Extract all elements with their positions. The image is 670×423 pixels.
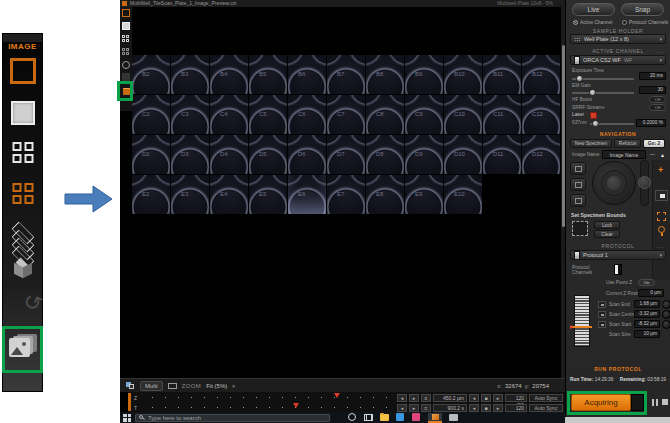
z-step-fwd-button[interactable]: ▸ [409,394,419,402]
channel-dropdown[interactable]: ORCA CS2 WF WF ▾ [570,55,666,65]
tile-D12[interactable]: D12 [522,135,561,175]
tile-B2[interactable]: B2 [132,55,171,95]
z-slider-track[interactable] [142,393,395,402]
tile-B4[interactable]: B4 [210,55,249,95]
specimen-bounds-button[interactable] [572,221,588,236]
new-specimen-button[interactable]: New Specimen [570,139,612,148]
tile-C2[interactable]: C2 [132,95,171,135]
lock-bounds-button[interactable]: Lock [594,221,620,229]
xy-joystick[interactable] [592,161,636,205]
tile-C5[interactable]: C5 [249,95,288,135]
tile-B8[interactable]: B8 [366,55,405,95]
file-explorer-icon[interactable] [380,413,389,422]
piezo-toggle[interactable]: On [638,279,655,286]
z-fine-knob[interactable] [638,176,651,189]
tile-D5[interactable]: D5 [249,135,288,175]
app-icon-blue[interactable] [396,413,405,422]
rail-snap-icon[interactable] [122,22,130,30]
tile-C3[interactable]: C3 [171,95,210,135]
tile-D8[interactable]: D8 [366,135,405,175]
t-step-fwd-button[interactable]: ▸ [409,404,419,412]
bounds-region-icon[interactable] [657,212,666,221]
tile-E6[interactable]: E6 [288,175,327,215]
more-options-icon[interactable]: ··· [656,245,665,249]
clear-bounds-button[interactable]: Clear [594,230,620,238]
image-canvas[interactable]: B2B3B4B5B6B7B8B9B10B11B12C2C3C4C5C6C7C8C… [132,7,561,378]
t-play-back-button[interactable]: ◂ [469,404,479,412]
viewer-titlebar[interactable]: MultiWell_TileScan_Plate_1_Image_Preview… [120,0,565,7]
t-value-box[interactable]: 900.2 s [433,404,467,412]
app-icon-active-zen[interactable] [428,413,442,423]
scan-end-set-button[interactable] [598,301,606,308]
nav-preset-button-2[interactable] [570,178,586,191]
tile-D2[interactable]: D2 [132,135,171,175]
rotate-tool[interactable]: ↺ [19,289,45,317]
collapse-minus-icon[interactable]: — [650,152,655,157]
image-name-combo[interactable]: Image Name [602,150,646,159]
rail-split-icon[interactable] [122,35,130,43]
t-interval-box[interactable]: 120 ms [505,404,527,412]
nav-preset-button-3[interactable] [570,194,586,207]
protocol-dropdown[interactable]: Protocol 1 ▾ [570,250,666,260]
scan-start-value[interactable]: -8.32 µm [634,320,660,328]
task-view-icon[interactable] [364,413,373,422]
tile-D11[interactable]: D11 [483,135,522,175]
scan-start-knob[interactable] [662,320,670,329]
radio-protocol-channels[interactable]: Protocol Channels [622,20,668,25]
scan-centre-knob[interactable] [662,310,670,319]
tile-B6[interactable]: B6 [288,55,327,95]
cortana-icon[interactable] [348,413,357,422]
rail-tile-icon[interactable] [122,48,130,56]
tile-D3[interactable]: D3 [171,135,210,175]
chevron-up-icon[interactable]: ▴ [661,151,664,158]
tile-B11[interactable]: B11 [483,55,522,95]
view-3d-tool[interactable] [13,258,33,278]
tile-C12[interactable]: C12 [522,95,561,135]
rail-circle-icon[interactable] [122,61,130,69]
t-step-back-button[interactable]: ◂ [397,404,407,412]
more-options-icon[interactable]: ··· [656,50,665,54]
z-step-back-button[interactable]: ◂ [397,394,407,402]
app-icon-gray[interactable] [449,413,458,422]
tile-D7[interactable]: D7 [327,135,366,175]
z-interval-box[interactable]: 120 ms [505,394,527,402]
t-options-button[interactable]: ≡ [421,404,431,412]
emgain-value[interactable]: 30 [639,86,666,94]
tile-C11[interactable]: C11 [483,95,522,135]
tile-C4[interactable]: C4 [210,95,249,135]
t-sync-box[interactable]: Auto Sync [529,404,563,412]
nav-preset-button-1[interactable] [570,162,586,175]
tile-B5[interactable]: B5 [249,55,288,95]
laser-power-value[interactable]: 0.2000 % [636,119,666,127]
taskbar-search-input[interactable]: Type here to search [135,414,330,422]
tile-D10[interactable]: D10 [444,135,483,175]
fit-frame-icon[interactable] [168,383,177,389]
tile-E5[interactable]: E5 [249,175,288,215]
hfboost-toggle[interactable]: Off [649,96,666,103]
split-view-tool[interactable] [12,142,33,163]
tile-B3[interactable]: B3 [171,55,210,95]
tile-E8[interactable]: E8 [366,175,405,215]
current-z-value[interactable]: 0 µm [638,289,664,297]
t-position-marker[interactable] [293,403,299,408]
illumination-icon[interactable] [658,226,665,233]
highlighted-toolbar-icon[interactable] [123,88,130,95]
go-button[interactable]: Go: 2 [643,139,665,148]
tile-B10[interactable]: B10 [444,55,483,95]
refocus-button[interactable]: Refocus [614,139,641,148]
joystick-knob[interactable] [607,176,621,190]
exposure-slider[interactable] [572,78,634,80]
emgain-slider[interactable] [572,92,634,94]
protocol-channel-swatch[interactable] [614,264,622,275]
tile-C9[interactable]: C9 [405,95,444,135]
z-value-box[interactable]: 450.2 µm [433,394,467,402]
scan-end-knob[interactable] [662,300,670,309]
sample-holder-dropdown[interactable]: Well Plate (12 x 8) ▾ [570,34,666,44]
tile-C8[interactable]: C8 [366,95,405,135]
stop-icon[interactable] [662,399,668,405]
tile-B7[interactable]: B7 [327,55,366,95]
roi-rectangle-tool[interactable] [10,58,36,84]
tile-C6[interactable]: C6 [288,95,327,135]
radio-active-channel[interactable]: Active Channel [573,20,612,25]
tile-B12[interactable]: B12 [522,55,561,95]
